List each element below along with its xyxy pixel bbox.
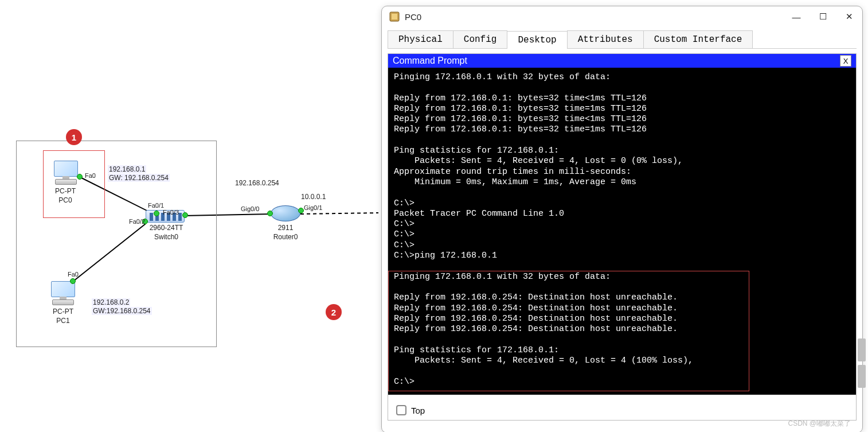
command-prompt-header: Command Prompt X bbox=[388, 54, 856, 68]
router-ifL: Gig0/0 bbox=[241, 205, 259, 212]
router-name: Router0 bbox=[263, 233, 308, 241]
titlebar[interactable]: PC0 — ☐ ✕ bbox=[382, 6, 862, 27]
link-dot bbox=[298, 208, 304, 213]
pc0-ip: 192.168.0.1 bbox=[108, 165, 146, 173]
link-dot bbox=[154, 211, 159, 216]
svg-line-3 bbox=[300, 213, 378, 214]
app-icon bbox=[389, 11, 400, 22]
pc0-gw: GW: 192.168.0.254 bbox=[108, 174, 170, 182]
link-dot bbox=[267, 211, 273, 216]
topology-canvas[interactable]: 1 2 Fa0 PC-PT PC0 192.168.0.1 GW: 192.16… bbox=[0, 0, 378, 432]
close-button[interactable]: ✕ bbox=[836, 6, 862, 27]
switch-if1: Fa0/1 bbox=[148, 202, 164, 209]
top-toggle[interactable]: Top bbox=[396, 405, 425, 415]
switch-if3: Fa0/3 bbox=[163, 209, 179, 216]
tab-attributes[interactable]: Attributes bbox=[567, 30, 644, 48]
router-model: 2911 bbox=[263, 224, 308, 232]
tab-bar: Physical Config Desktop Attributes Custo… bbox=[388, 30, 857, 49]
cmd-title: Command Prompt bbox=[393, 56, 467, 66]
link-dot bbox=[77, 174, 83, 180]
pc1-iface-label: Fa0 bbox=[68, 271, 79, 278]
node-pc0[interactable] bbox=[52, 161, 80, 186]
link-dot bbox=[70, 278, 76, 284]
tab-desktop[interactable]: Desktop bbox=[507, 31, 567, 49]
callout-2: 2 bbox=[326, 304, 342, 320]
router-ipL: 192.168.0.254 bbox=[235, 179, 279, 187]
pc0-type: PC-PT bbox=[49, 187, 81, 195]
node-pc1[interactable] bbox=[49, 281, 77, 307]
switch-model: 2960-24TT bbox=[140, 224, 192, 232]
desktop-tab-content: Command Prompt X Pinging 172.168.0.1 wit… bbox=[388, 53, 857, 421]
pc1-ip: 192.168.0.2 bbox=[92, 298, 130, 306]
watermark: CSDN @嘟嘟太菜了 bbox=[788, 419, 851, 429]
pc1-gw: GW:192.168.0.254 bbox=[92, 307, 152, 315]
switch-name: Switch0 bbox=[140, 233, 192, 241]
link-dot bbox=[182, 212, 188, 218]
tab-physical[interactable]: Physical bbox=[388, 30, 453, 48]
scrollbar-thumb[interactable] bbox=[858, 338, 866, 361]
router-icon bbox=[271, 205, 300, 221]
pc-icon bbox=[52, 161, 80, 186]
cmd-close-button[interactable]: X bbox=[840, 55, 851, 67]
router-ifR: Gig0/1 bbox=[304, 204, 322, 211]
tab-custom[interactable]: Custom Interface bbox=[643, 30, 753, 48]
callout-1: 1 bbox=[66, 129, 82, 145]
pc0-name: PC0 bbox=[49, 196, 81, 204]
tab-config[interactable]: Config bbox=[453, 30, 508, 48]
checkbox-icon[interactable] bbox=[396, 405, 406, 415]
window-title: PC0 bbox=[405, 12, 421, 22]
svg-rect-5 bbox=[392, 14, 397, 20]
pc1-name: PC1 bbox=[47, 317, 79, 325]
scrollbar-thumb[interactable] bbox=[858, 365, 866, 388]
node-router[interactable] bbox=[271, 205, 300, 221]
pc-icon bbox=[49, 281, 77, 307]
minimize-button[interactable]: — bbox=[783, 6, 810, 27]
pc0-iface-label: Fa0 bbox=[85, 172, 96, 179]
maximize-button[interactable]: ☐ bbox=[810, 6, 836, 27]
pc1-type: PC-PT bbox=[47, 308, 79, 316]
pc0-window: PC0 — ☐ ✕ Physical Config Desktop Attrib… bbox=[381, 6, 863, 432]
top-label: Top bbox=[411, 406, 425, 415]
router-ipR: 10.0.0.1 bbox=[301, 193, 326, 201]
terminal-output[interactable]: Pinging 172.168.0.1 with 32 bytes of dat… bbox=[388, 68, 856, 395]
